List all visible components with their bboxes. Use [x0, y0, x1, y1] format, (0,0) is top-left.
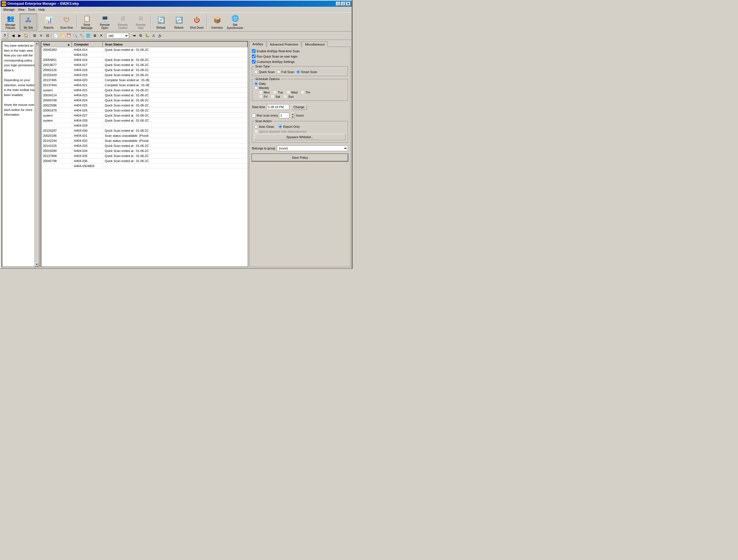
- table-row[interactable]: system H404-022 Quick Scan ended at : 01…: [41, 88, 248, 93]
- new-btn[interactable]: 📄: [53, 33, 59, 39]
- monitor-btn[interactable]: 🖥: [91, 33, 98, 39]
- remote-open-button[interactable]: 💻 Remote Open: [96, 13, 113, 30]
- table-row[interactable]: 20034214 H404-023 Quick Scan ended at : …: [41, 93, 248, 98]
- change-button[interactable]: Change: [291, 104, 307, 110]
- table-row[interactable]: 20142244 H404-032 Scan status unavailabl…: [41, 138, 248, 143]
- table-body[interactable]: 20045383 H404-014 Quick Scan ended at : …: [41, 47, 248, 267]
- delete-btn[interactable]: ✕: [98, 33, 104, 39]
- list-view-btn[interactable]: ⊞: [31, 33, 38, 39]
- remote-control-button[interactable]: 🖥 Remote Control: [114, 13, 131, 30]
- table-row[interactable]: 20002126 H404-018 Quick Scan ended at : …: [41, 67, 248, 72]
- remote-view-button[interactable]: 🖥 Remote View: [132, 13, 149, 30]
- table-row[interactable]: H404-029: [41, 123, 248, 128]
- ignore-spyware-checkbox[interactable]: [255, 129, 258, 133]
- maximize-button[interactable]: □: [341, 2, 345, 6]
- table-row[interactable]: 20022586 H404-025 Quick Scan ended at : …: [41, 103, 248, 108]
- col-header-user[interactable]: User ▲: [41, 42, 72, 47]
- scan-now-button[interactable]: 🛡 Scan Now: [58, 13, 75, 30]
- weekly-radio[interactable]: [255, 86, 258, 89]
- table-row[interactable]: 20020186 H404-031 Scan status unavailabl…: [41, 133, 248, 138]
- alert-btn[interactable]: ⚠: [150, 33, 157, 39]
- sat-checkbox[interactable]: [271, 95, 274, 98]
- filter-select[interactable]: {all}: [106, 33, 129, 38]
- table-row[interactable]: 20061879 H404-026 Quick Scan ended at : …: [41, 108, 248, 113]
- run-scan-every-checkbox[interactable]: [252, 114, 256, 117]
- menu-tools[interactable]: Tools: [26, 7, 37, 12]
- network-btn[interactable]: 🌐: [85, 33, 91, 39]
- run-quick-scan-checkbox[interactable]: [252, 54, 256, 58]
- thr-checkbox[interactable]: [301, 90, 304, 94]
- customize-settings-checkbox[interactable]: [252, 60, 256, 63]
- table-row[interactable]: 20054651 H404-016 Quick Scan ended at : …: [41, 57, 248, 62]
- menu-help[interactable]: Help: [37, 7, 47, 12]
- reload-button[interactable]: 🔄 Reload: [152, 13, 169, 30]
- tool-btn[interactable]: 🔧: [79, 33, 85, 39]
- left-scroll-up[interactable]: ▲: [35, 42, 39, 45]
- minimize-button[interactable]: –: [336, 2, 340, 6]
- spin-down-btn[interactable]: ▼: [290, 115, 295, 118]
- whitelist-button[interactable]: Spyware Whitelist...: [255, 134, 345, 140]
- sound-btn[interactable]: 🔊: [157, 33, 163, 39]
- filter-btn[interactable]: 🔍: [72, 33, 78, 39]
- reports-button[interactable]: 📊 Reports: [40, 13, 57, 30]
- gear-btn[interactable]: ⚙: [137, 33, 144, 39]
- table-row[interactable]: system H404-027 Quick Scan ended at : 01…: [41, 113, 248, 118]
- table-row[interactable]: 20120287 H404-030 Quick Scan ended at : …: [41, 128, 248, 133]
- table-row[interactable]: 20045798 H404-036 Quick Scan ended at : …: [41, 159, 248, 164]
- scan-hours-input[interactable]: [279, 112, 289, 118]
- tab-advanced-protection[interactable]: Advanced Protection: [267, 42, 302, 47]
- shut-down-button[interactable]: ⏻ Shut Down: [188, 13, 206, 30]
- belongs-select[interactable]: {none}: [277, 146, 348, 151]
- back-button[interactable]: ◀: [10, 33, 16, 39]
- table-row[interactable]: system H404-028 Quick Scan ended at : 01…: [41, 118, 248, 123]
- bug-btn[interactable]: 🐛: [144, 33, 150, 39]
- table-row[interactable]: 20137465 H404-020 Complete Scan ended at…: [41, 77, 248, 82]
- col-header-status[interactable]: Scan Status: [103, 42, 248, 47]
- start-time-input[interactable]: 5:38:18 PM: [267, 104, 289, 110]
- sun-checkbox[interactable]: [283, 95, 287, 98]
- inventory-button[interactable]: 📦 Inventory: [209, 13, 226, 30]
- auto-clean-radio[interactable]: [255, 125, 258, 128]
- spin-up-btn[interactable]: ▲: [290, 112, 295, 115]
- daily-radio[interactable]: [255, 82, 258, 85]
- table-row[interactable]: H404-VIEWER: [41, 164, 248, 169]
- manage-policies-button[interactable]: 👥 Manage Policies: [2, 13, 19, 30]
- table-row[interactable]: H404-015: [41, 52, 248, 57]
- smart-scan-radio[interactable]: [297, 70, 300, 73]
- send-message-button[interactable]: 📋 Send Message: [78, 13, 95, 30]
- table-row[interactable]: 20137464 H404-021 Complete Scan ended at…: [41, 82, 248, 88]
- table-row[interactable]: 20019077 H404-017 Quick Scan ended at : …: [41, 62, 248, 67]
- site-synchronizer-button[interactable]: 🌐 Site Synchronizer: [226, 13, 244, 30]
- tue-checkbox[interactable]: [273, 90, 277, 94]
- my-site-button[interactable]: 🖧 My Site: [20, 13, 37, 30]
- col-header-computer[interactable]: Computer: [72, 42, 103, 47]
- wed-checkbox[interactable]: [287, 90, 290, 94]
- table-row[interactable]: 20045383 H404-014 Quick Scan ended at : …: [41, 47, 248, 52]
- table-row[interactable]: 20155429 H404-019 Quick Scan ended at : …: [41, 72, 248, 77]
- tab-miscellaneous[interactable]: Miscellaneous: [302, 42, 328, 47]
- menu-view[interactable]: View: [16, 7, 26, 12]
- home-button[interactable]: 🏠: [23, 33, 29, 39]
- arrow-btn[interactable]: ➡: [131, 33, 137, 39]
- quick-scan-radio[interactable]: [255, 70, 258, 73]
- help-button[interactable]: ?: [2, 33, 8, 39]
- table-row[interactable]: 20016090 H404-034 Quick Scan ended at : …: [41, 148, 248, 153]
- reboot-button[interactable]: 🔃 Reboot: [170, 13, 188, 30]
- full-scan-radio[interactable]: [277, 70, 280, 73]
- save-policy-button[interactable]: Save Policy: [252, 154, 348, 161]
- left-scroll-down[interactable]: ▼: [35, 263, 39, 267]
- forward-button[interactable]: ▶: [17, 33, 23, 39]
- detail-view-btn[interactable]: ≡: [38, 33, 44, 39]
- table-row[interactable]: 20141525 H404-033 Quick Scan ended at : …: [41, 143, 248, 148]
- tab-antispy[interactable]: AntiSpy: [249, 41, 266, 47]
- mon-checkbox[interactable]: [259, 90, 263, 94]
- clock-btn[interactable]: ⏰: [66, 33, 72, 39]
- table-row[interactable]: 20009708 H404-024 Quick Scan ended at : …: [41, 98, 248, 103]
- report-only-radio[interactable]: [279, 125, 282, 128]
- large-icon-btn[interactable]: ⊟: [44, 33, 51, 39]
- table-row[interactable]: 20137808 H404-035 Quick Scan ended at : …: [41, 153, 248, 159]
- menu-manage[interactable]: Manage: [2, 7, 16, 12]
- close-button[interactable]: ✕: [346, 2, 350, 6]
- enable-realtime-checkbox[interactable]: [252, 49, 256, 53]
- folder-btn[interactable]: 📁: [59, 33, 65, 39]
